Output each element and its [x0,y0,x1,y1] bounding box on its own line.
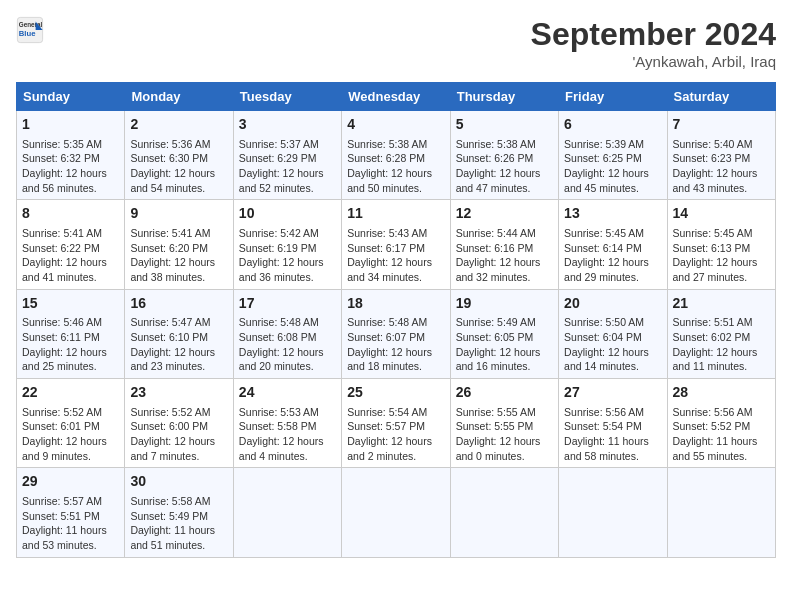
col-monday: Monday [125,83,233,111]
day-info: Sunrise: 5:39 AMSunset: 6:25 PMDaylight:… [564,137,661,196]
day-info: Sunrise: 5:41 AMSunset: 6:22 PMDaylight:… [22,226,119,285]
logo-icon: General Blue [16,16,44,44]
day-number: 7 [673,115,770,135]
day-info: Sunrise: 5:41 AMSunset: 6:20 PMDaylight:… [130,226,227,285]
day-number: 21 [673,294,770,314]
day-info: Sunrise: 5:47 AMSunset: 6:10 PMDaylight:… [130,315,227,374]
day-info: Sunrise: 5:51 AMSunset: 6:02 PMDaylight:… [673,315,770,374]
day-number: 18 [347,294,444,314]
day-number: 1 [22,115,119,135]
calendar-cell: 12Sunrise: 5:44 AMSunset: 6:16 PMDayligh… [450,200,558,289]
day-info: Sunrise: 5:38 AMSunset: 6:28 PMDaylight:… [347,137,444,196]
day-info: Sunrise: 5:58 AMSunset: 5:49 PMDaylight:… [130,494,227,553]
logo: General Blue [16,16,44,44]
calendar-cell: 11Sunrise: 5:43 AMSunset: 6:17 PMDayligh… [342,200,450,289]
calendar-cell [667,468,775,557]
day-info: Sunrise: 5:40 AMSunset: 6:23 PMDaylight:… [673,137,770,196]
calendar-cell: 15Sunrise: 5:46 AMSunset: 6:11 PMDayligh… [17,289,125,378]
calendar-cell: 7Sunrise: 5:40 AMSunset: 6:23 PMDaylight… [667,111,775,200]
day-info: Sunrise: 5:53 AMSunset: 5:58 PMDaylight:… [239,405,336,464]
calendar-row: 29Sunrise: 5:57 AMSunset: 5:51 PMDayligh… [17,468,776,557]
col-friday: Friday [559,83,667,111]
calendar-cell [450,468,558,557]
calendar-cell: 19Sunrise: 5:49 AMSunset: 6:05 PMDayligh… [450,289,558,378]
calendar-cell: 28Sunrise: 5:56 AMSunset: 5:52 PMDayligh… [667,379,775,468]
calendar-cell: 24Sunrise: 5:53 AMSunset: 5:58 PMDayligh… [233,379,341,468]
calendar-cell: 20Sunrise: 5:50 AMSunset: 6:04 PMDayligh… [559,289,667,378]
day-number: 3 [239,115,336,135]
day-info: Sunrise: 5:43 AMSunset: 6:17 PMDaylight:… [347,226,444,285]
day-info: Sunrise: 5:54 AMSunset: 5:57 PMDaylight:… [347,405,444,464]
day-number: 2 [130,115,227,135]
calendar-cell: 8Sunrise: 5:41 AMSunset: 6:22 PMDaylight… [17,200,125,289]
day-info: Sunrise: 5:45 AMSunset: 6:13 PMDaylight:… [673,226,770,285]
day-number: 25 [347,383,444,403]
calendar-cell: 3Sunrise: 5:37 AMSunset: 6:29 PMDaylight… [233,111,341,200]
day-number: 17 [239,294,336,314]
day-number: 12 [456,204,553,224]
day-number: 23 [130,383,227,403]
col-tuesday: Tuesday [233,83,341,111]
day-number: 6 [564,115,661,135]
calendar-cell: 25Sunrise: 5:54 AMSunset: 5:57 PMDayligh… [342,379,450,468]
col-wednesday: Wednesday [342,83,450,111]
day-number: 5 [456,115,553,135]
day-info: Sunrise: 5:46 AMSunset: 6:11 PMDaylight:… [22,315,119,374]
day-number: 9 [130,204,227,224]
day-info: Sunrise: 5:49 AMSunset: 6:05 PMDaylight:… [456,315,553,374]
calendar-cell: 21Sunrise: 5:51 AMSunset: 6:02 PMDayligh… [667,289,775,378]
day-number: 22 [22,383,119,403]
calendar-cell: 14Sunrise: 5:45 AMSunset: 6:13 PMDayligh… [667,200,775,289]
calendar-cell: 10Sunrise: 5:42 AMSunset: 6:19 PMDayligh… [233,200,341,289]
day-info: Sunrise: 5:55 AMSunset: 5:55 PMDaylight:… [456,405,553,464]
day-number: 30 [130,472,227,492]
day-info: Sunrise: 5:36 AMSunset: 6:30 PMDaylight:… [130,137,227,196]
col-saturday: Saturday [667,83,775,111]
calendar-cell: 30Sunrise: 5:58 AMSunset: 5:49 PMDayligh… [125,468,233,557]
day-info: Sunrise: 5:42 AMSunset: 6:19 PMDaylight:… [239,226,336,285]
calendar-row: 1Sunrise: 5:35 AMSunset: 6:32 PMDaylight… [17,111,776,200]
month-title: September 2024 [531,16,776,53]
day-number: 14 [673,204,770,224]
day-number: 10 [239,204,336,224]
calendar-cell: 18Sunrise: 5:48 AMSunset: 6:07 PMDayligh… [342,289,450,378]
calendar-row: 22Sunrise: 5:52 AMSunset: 6:01 PMDayligh… [17,379,776,468]
day-number: 28 [673,383,770,403]
day-info: Sunrise: 5:44 AMSunset: 6:16 PMDaylight:… [456,226,553,285]
day-number: 20 [564,294,661,314]
day-number: 11 [347,204,444,224]
col-thursday: Thursday [450,83,558,111]
calendar-cell: 2Sunrise: 5:36 AMSunset: 6:30 PMDaylight… [125,111,233,200]
day-info: Sunrise: 5:56 AMSunset: 5:52 PMDaylight:… [673,405,770,464]
day-number: 13 [564,204,661,224]
calendar-cell: 29Sunrise: 5:57 AMSunset: 5:51 PMDayligh… [17,468,125,557]
day-number: 4 [347,115,444,135]
calendar-cell: 1Sunrise: 5:35 AMSunset: 6:32 PMDaylight… [17,111,125,200]
day-number: 26 [456,383,553,403]
col-sunday: Sunday [17,83,125,111]
calendar-cell: 23Sunrise: 5:52 AMSunset: 6:00 PMDayligh… [125,379,233,468]
day-number: 27 [564,383,661,403]
day-number: 19 [456,294,553,314]
day-info: Sunrise: 5:52 AMSunset: 6:01 PMDaylight:… [22,405,119,464]
day-info: Sunrise: 5:52 AMSunset: 6:00 PMDaylight:… [130,405,227,464]
day-info: Sunrise: 5:37 AMSunset: 6:29 PMDaylight:… [239,137,336,196]
day-number: 29 [22,472,119,492]
header-row: Sunday Monday Tuesday Wednesday Thursday… [17,83,776,111]
day-info: Sunrise: 5:45 AMSunset: 6:14 PMDaylight:… [564,226,661,285]
calendar-cell [233,468,341,557]
calendar-cell: 22Sunrise: 5:52 AMSunset: 6:01 PMDayligh… [17,379,125,468]
day-info: Sunrise: 5:48 AMSunset: 6:07 PMDaylight:… [347,315,444,374]
calendar-cell: 4Sunrise: 5:38 AMSunset: 6:28 PMDaylight… [342,111,450,200]
calendar-cell: 5Sunrise: 5:38 AMSunset: 6:26 PMDaylight… [450,111,558,200]
day-number: 15 [22,294,119,314]
title-block: September 2024 'Aynkawah, Arbil, Iraq [531,16,776,70]
day-info: Sunrise: 5:50 AMSunset: 6:04 PMDaylight:… [564,315,661,374]
day-info: Sunrise: 5:48 AMSunset: 6:08 PMDaylight:… [239,315,336,374]
calendar-cell: 13Sunrise: 5:45 AMSunset: 6:14 PMDayligh… [559,200,667,289]
calendar-cell: 6Sunrise: 5:39 AMSunset: 6:25 PMDaylight… [559,111,667,200]
calendar-cell: 27Sunrise: 5:56 AMSunset: 5:54 PMDayligh… [559,379,667,468]
page-header: General Blue September 2024 'Aynkawah, A… [16,16,776,70]
day-number: 16 [130,294,227,314]
calendar-cell: 26Sunrise: 5:55 AMSunset: 5:55 PMDayligh… [450,379,558,468]
